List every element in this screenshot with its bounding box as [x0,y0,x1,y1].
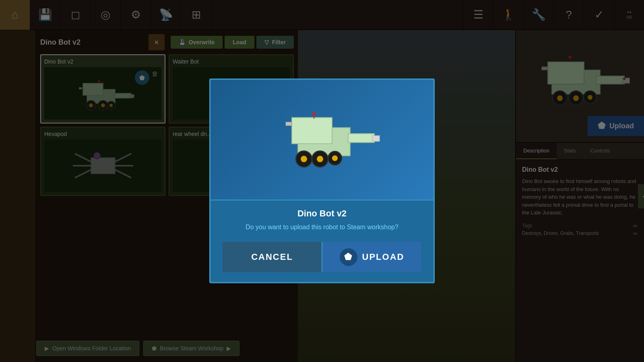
dialog-body: Dino Bot v2 Do you want to upload this r… [211,200,433,282]
svg-point-51 [317,156,323,162]
dialog-robot-svg [262,91,382,188]
dialog-robot-image [211,80,433,200]
dialog-cancel-btn[interactable]: CANCEL [223,242,322,272]
svg-rect-47 [372,136,380,141]
svg-point-53 [332,155,338,161]
svg-rect-46 [348,134,374,142]
dialog-title: Dino Bot v2 [223,208,421,219]
upload-dialog: Dino Bot v2 Do you want to upload this r… [209,78,435,283]
dialog-upload-btn[interactable]: ⬟ UPLOAD [322,242,421,272]
dialog-buttons: CANCEL ⬟ UPLOAD [223,242,421,272]
dialog-steam-icon: ⬟ [340,248,357,266]
dialog-subtitle: Do you want to upload this robot to Stea… [223,223,421,232]
svg-rect-45 [292,117,332,144]
svg-point-49 [301,156,307,162]
svg-rect-54 [286,122,291,125]
